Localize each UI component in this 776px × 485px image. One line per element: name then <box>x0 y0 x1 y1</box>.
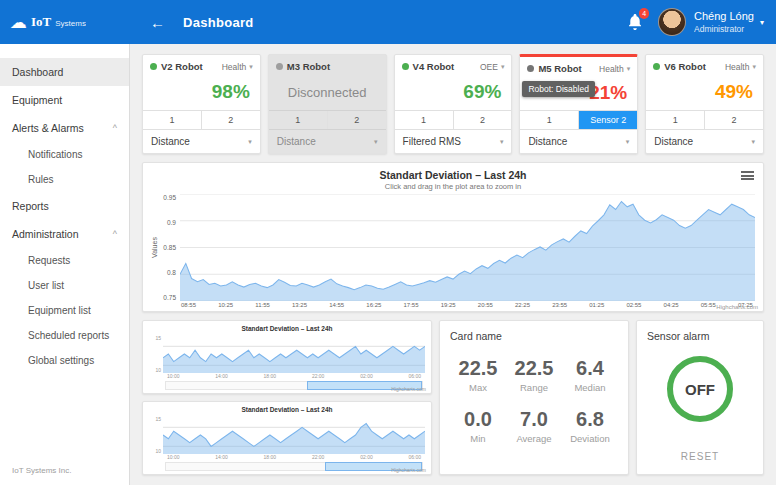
brand[interactable]: ☁ IoT Systems <box>0 14 130 31</box>
measurement-dropdown[interactable]: Distance▾ <box>646 130 763 153</box>
x-tick-label: 14:55 <box>329 302 344 308</box>
cloud-logo-icon: ☁ <box>10 14 27 31</box>
brand-suffix: Systems <box>55 19 86 28</box>
robot-value: 49% <box>646 74 763 110</box>
sidebar-item-label: Alerts & Alarms <box>12 122 84 134</box>
sidebar-item-notifications[interactable]: Notifications <box>0 142 129 167</box>
status-dot <box>150 63 157 70</box>
sidebar-item-dashboard[interactable]: Dashboard <box>0 58 129 86</box>
stat-label: Deviation <box>562 433 618 444</box>
stat-value: 0.0 <box>450 409 506 430</box>
sidebar-item-alerts-alarms[interactable]: Alerts & Alarms^ <box>0 114 129 142</box>
stat-deviation: 6.8Deviation <box>562 409 618 444</box>
chevron-down-icon: ▾ <box>248 138 252 146</box>
topbar: ☁ IoT Systems ← Dashboard 4 Chéng Lóng A… <box>0 0 776 44</box>
sidebar-item-label: Dashboard <box>12 66 63 78</box>
chart-area: 1510 <box>149 335 425 373</box>
sensor-tabs: 1 2 <box>269 110 386 130</box>
sensor-tab-2-active[interactable]: Sensor 2 <box>579 111 637 129</box>
metric-dropdown[interactable]: Health▾ <box>222 62 253 72</box>
chevron-down-icon: ▾ <box>751 138 755 146</box>
measurement-dropdown[interactable]: Distance▾ <box>143 130 260 153</box>
chevron-up-icon: ^ <box>113 123 117 133</box>
sidebar-item-administration[interactable]: Administration^ <box>0 220 129 248</box>
sensor-tab-2[interactable]: 2 <box>454 111 512 129</box>
sidebar-item-label: Scheduled reports <box>28 330 109 341</box>
chart-navigator[interactable] <box>165 462 423 471</box>
sidebar-item-user-list[interactable]: User list <box>0 273 129 298</box>
metric-label: Health <box>222 62 247 72</box>
chart-menu-icon[interactable] <box>741 171 754 180</box>
avatar[interactable] <box>658 8 686 36</box>
chevron-down-icon: ▾ <box>627 65 631 73</box>
chart-credit-link[interactable]: Highcharts.com <box>716 304 758 310</box>
stat-range: 22.5Range <box>506 358 562 393</box>
sidebar-item-scheduled-reports[interactable]: Scheduled reports <box>0 323 129 348</box>
sensor-tab-2[interactable]: 2 <box>202 111 260 129</box>
status-dot <box>402 63 409 70</box>
chevron-down-icon: ▾ <box>752 63 756 71</box>
notifications-bell-icon[interactable]: 4 <box>628 14 642 30</box>
back-arrow-icon[interactable]: ← <box>150 14 165 31</box>
chart-credit-link[interactable]: Highcharts.com <box>391 386 426 392</box>
chevron-down-icon: ▾ <box>500 138 504 146</box>
y-tick-label: 0.8 <box>160 269 176 276</box>
metric-dropdown[interactable]: Health▾ <box>599 64 630 74</box>
sidebar-item-equipment[interactable]: Equipment <box>0 86 129 114</box>
user-menu[interactable]: Chéng Lóng Administrator <box>694 10 754 34</box>
chevron-down-icon: ▾ <box>501 63 505 71</box>
y-axis-tick-labels: 1510 <box>149 416 163 454</box>
measurement-dropdown[interactable]: Distance▾ <box>269 130 386 153</box>
chevron-down-icon: ▾ <box>626 138 630 146</box>
robot-card-header: V4 Robot OEE▾ <box>395 55 512 74</box>
alarm-status-ring: OFF <box>667 356 733 422</box>
metric-dropdown[interactable]: OEE▾ <box>480 62 504 72</box>
chart-credit-link[interactable]: Highcharts.com <box>391 467 426 473</box>
metric-dropdown[interactable]: Health▾ <box>725 62 756 72</box>
sensor-tab-2[interactable]: 2 <box>705 111 763 129</box>
sensor-tab-1[interactable]: 1 <box>269 111 328 129</box>
sidebar-item-global-settings[interactable]: Global settings <box>0 348 129 373</box>
measurement-dropdown[interactable]: Filtered RMS▾ <box>395 130 512 153</box>
x-axis-tick-labels: 10:0014:0018:0022:0002:0006:00 <box>149 454 425 460</box>
sensor-tab-1[interactable]: 1 <box>395 111 454 129</box>
x-tick-label: 06:00 <box>408 373 421 379</box>
reset-button[interactable]: RESET <box>681 451 719 465</box>
sensor-tab-2[interactable]: 2 <box>328 111 386 129</box>
measurement-label: Filtered RMS <box>403 136 461 147</box>
x-tick-label: 23:55 <box>552 302 567 308</box>
metric-label: Health <box>599 64 624 74</box>
area-chart-plot[interactable] <box>180 194 755 301</box>
sidebar-item-label: Equipment <box>12 94 62 106</box>
area-chart-plot[interactable] <box>163 416 425 454</box>
chart-navigator[interactable] <box>165 381 423 390</box>
brand-name: IoT <box>31 14 51 30</box>
sidebar-item-rules[interactable]: Rules <box>0 167 129 192</box>
sensor-tab-1[interactable]: 1 <box>143 111 202 129</box>
x-tick-label: 16:25 <box>366 302 381 308</box>
main-content: V2 Robot Health▾ 98% 1 2 Distance▾ M3 Ro… <box>130 44 776 485</box>
sidebar-item-label: Equipment list <box>28 305 91 316</box>
stats-card: Card name 22.5Max 22.5Range 6.4Median 0.… <box>439 320 629 475</box>
stat-value: 22.5 <box>450 358 506 379</box>
sensor-tab-1[interactable]: 1 <box>520 111 579 129</box>
chart-title: Standart Deviation – Last 24h <box>149 406 425 413</box>
metric-label: OEE <box>480 62 498 72</box>
measurement-dropdown[interactable]: Distance▾ <box>520 130 637 153</box>
sidebar-item-requests[interactable]: Requests <box>0 248 129 273</box>
sidebar-item-reports[interactable]: Reports <box>0 192 129 220</box>
measurement-label: Distance <box>654 136 693 147</box>
stat-max: 22.5Max <box>450 358 506 393</box>
y-tick-label: 15 <box>149 416 161 422</box>
y-tick-label: 0.9 <box>160 219 176 226</box>
x-tick-label: 02:00 <box>360 373 373 379</box>
sidebar-item-label: User list <box>28 280 64 291</box>
chevron-down-icon[interactable]: ▾ <box>760 18 764 27</box>
chevron-down-icon: ▾ <box>374 138 378 146</box>
area-chart-plot[interactable] <box>163 335 425 373</box>
metric-label: Health <box>725 62 750 72</box>
sidebar-item-equipment-list[interactable]: Equipment list <box>0 298 129 323</box>
stat-value: 7.0 <box>506 409 562 430</box>
sidebar-item-label: Administration <box>12 228 79 240</box>
sensor-tab-1[interactable]: 1 <box>646 111 705 129</box>
